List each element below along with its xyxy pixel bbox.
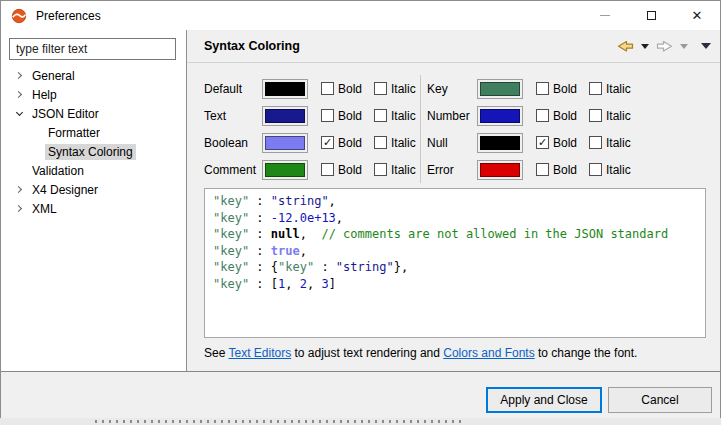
error-italic-checkbox[interactable]: Italic <box>589 163 631 177</box>
tree-item-help[interactable]: Help <box>1 85 185 104</box>
boolean-italic-checkbox-box[interactable] <box>374 136 387 149</box>
style-grid: DefaultBoldItalicTextBoldItalicBoolean✓B… <box>204 75 706 183</box>
maximize-button[interactable] <box>628 1 674 30</box>
text-italic-checkbox[interactable]: Italic <box>374 109 416 123</box>
cancel-button[interactable]: Cancel <box>608 387 712 413</box>
settings-panel: Syntax Coloring <box>187 30 720 371</box>
null-bold-checkbox[interactable]: ✓Bold <box>536 136 577 150</box>
comment-italic-checkbox-box[interactable] <box>374 163 387 176</box>
preview-area: "key" : "string","key" : -12.0e+13,"key"… <box>204 188 706 338</box>
tree-item-label: Help <box>29 87 60 103</box>
color-swatch-error[interactable] <box>477 160 523 180</box>
token-plain: : <box>249 211 271 225</box>
color-swatch-number[interactable] <box>477 106 523 126</box>
chevron-right-icon[interactable] <box>9 187 29 192</box>
back-arrow-icon[interactable] <box>617 40 634 53</box>
number-italic-checkbox-label: Italic <box>606 109 631 123</box>
tree-item-json-editor[interactable]: JSON Editor <box>1 104 185 123</box>
chevron-right-icon[interactable] <box>9 92 29 97</box>
boolean-bold-checkbox-box[interactable]: ✓ <box>321 136 334 149</box>
button-bar: Apply and Close Cancel <box>1 373 720 418</box>
tree-item-syntax-coloring[interactable]: Syntax Coloring <box>1 142 185 161</box>
back-history-dropdown-icon[interactable] <box>641 44 649 49</box>
error-bold-checkbox-box[interactable] <box>536 163 549 176</box>
null-bold-checkbox-box[interactable]: ✓ <box>536 136 549 149</box>
token-key: "key" <box>278 260 314 274</box>
filter-input[interactable] <box>9 38 176 60</box>
forward-history-dropdown-icon[interactable] <box>680 44 688 49</box>
token-plain: , <box>336 211 343 225</box>
note-text: to change the font. <box>535 346 638 360</box>
colors-and-fonts-link[interactable]: Colors and Fonts <box>443 346 534 360</box>
color-swatch-comment[interactable] <box>262 160 308 180</box>
tree-item-formatter[interactable]: Formatter <box>1 123 185 142</box>
token-string: "string" <box>271 194 329 208</box>
preview-line: "key" : [1, 2, 3] <box>213 276 705 293</box>
token-plain: }, <box>394 260 408 274</box>
null-italic-checkbox-box[interactable] <box>589 136 602 149</box>
default-italic-checkbox[interactable]: Italic <box>374 82 416 96</box>
comment-bold-checkbox-label: Bold <box>338 163 362 177</box>
preview-line: "key" : {"key" : "string"}, <box>213 259 705 276</box>
apply-and-close-button[interactable]: Apply and Close <box>486 387 602 413</box>
app-icon <box>11 8 27 24</box>
number-italic-checkbox[interactable]: Italic <box>589 109 631 123</box>
boolean-bold-checkbox-label: Bold <box>338 136 362 150</box>
style-label: Error <box>427 163 477 177</box>
chevron-right-icon[interactable] <box>9 73 29 78</box>
key-italic-checkbox-box[interactable] <box>589 82 602 95</box>
number-bold-checkbox[interactable]: Bold <box>536 109 577 123</box>
error-bold-checkbox[interactable]: Bold <box>536 163 577 177</box>
color-swatch-text[interactable] <box>262 106 308 126</box>
text-bold-checkbox[interactable]: Bold <box>321 109 362 123</box>
tree-item-general[interactable]: General <box>1 66 185 85</box>
preview-line: "key" : -12.0e+13, <box>213 210 705 227</box>
text-bold-checkbox-box[interactable] <box>321 109 334 122</box>
chevron-down-icon[interactable] <box>9 112 29 115</box>
boolean-italic-checkbox[interactable]: Italic <box>374 136 416 150</box>
style-group-left: DefaultBoldItalicTextBoldItalicBoolean✓B… <box>204 75 420 183</box>
text-italic-checkbox-box[interactable] <box>374 109 387 122</box>
key-bold-checkbox-box[interactable] <box>536 82 549 95</box>
token-boolean: true <box>271 244 300 258</box>
tree-item-x4-designer[interactable]: X4 Designer <box>1 180 185 199</box>
tree-item-xml[interactable]: XML <box>1 199 185 218</box>
tree-item-label: XML <box>29 201 60 217</box>
tree-item-label: Syntax Coloring <box>45 144 136 160</box>
forward-arrow-icon[interactable] <box>656 40 673 53</box>
style-row-default: DefaultBoldItalic <box>204 75 420 102</box>
boolean-bold-checkbox[interactable]: ✓Bold <box>321 136 362 150</box>
number-italic-checkbox-box[interactable] <box>589 109 602 122</box>
tree-item-label: Validation <box>29 163 87 179</box>
preview-line: "key" : "string", <box>213 193 705 210</box>
maximize-icon <box>647 11 656 20</box>
color-swatch-null[interactable] <box>477 133 523 153</box>
error-italic-checkbox-box[interactable] <box>589 163 602 176</box>
default-italic-checkbox-box[interactable] <box>374 82 387 95</box>
comment-italic-checkbox[interactable]: Italic <box>374 163 416 177</box>
default-bold-checkbox-box[interactable] <box>321 82 334 95</box>
chevron-right-icon[interactable] <box>9 206 29 211</box>
color-swatch-fill <box>480 109 520 123</box>
minimize-button[interactable] <box>582 1 628 30</box>
default-bold-checkbox[interactable]: Bold <box>321 82 362 96</box>
window-controls: ✕ <box>582 1 720 30</box>
comment-bold-checkbox-box[interactable] <box>321 163 334 176</box>
number-bold-checkbox-box[interactable] <box>536 109 549 122</box>
key-bold-checkbox[interactable]: Bold <box>536 82 577 96</box>
null-italic-checkbox[interactable]: Italic <box>589 136 631 150</box>
style-row-boolean: Boolean✓BoldItalic <box>204 129 420 156</box>
token-plain: , <box>300 227 322 241</box>
text-editors-link[interactable]: Text Editors <box>228 346 291 360</box>
close-button[interactable]: ✕ <box>674 1 720 30</box>
token-key: "key" <box>213 211 249 225</box>
close-icon: ✕ <box>692 9 703 22</box>
color-swatch-fill <box>480 163 520 177</box>
key-italic-checkbox[interactable]: Italic <box>589 82 631 96</box>
color-swatch-default[interactable] <box>262 79 308 99</box>
color-swatch-key[interactable] <box>477 79 523 99</box>
tree-item-validation[interactable]: Validation <box>1 161 185 180</box>
color-swatch-boolean[interactable] <box>262 133 308 153</box>
comment-bold-checkbox[interactable]: Bold <box>321 163 362 177</box>
view-menu-icon[interactable] <box>701 43 711 49</box>
